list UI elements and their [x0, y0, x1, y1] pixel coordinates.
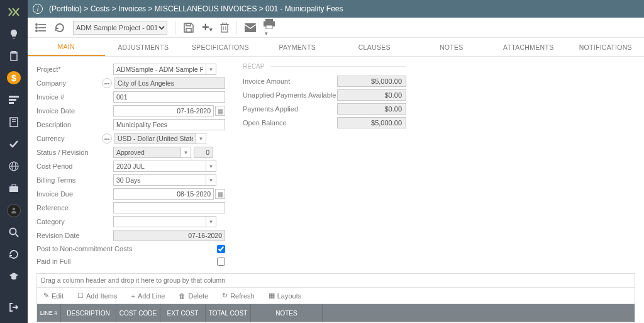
- svg-rect-29: [245, 23, 256, 32]
- col-notes[interactable]: NOTES: [251, 304, 323, 322]
- company-lookup[interactable]: •••: [102, 78, 112, 88]
- currency-lookup[interactable]: •••: [102, 133, 112, 144]
- collapse-icon[interactable]: [7, 5, 21, 18]
- undo-icon[interactable]: [54, 23, 65, 33]
- label-inv-amount: Invoice Amount: [243, 77, 337, 85]
- invoice-date-cal-icon[interactable]: ▦: [215, 106, 225, 116]
- label-unapplied: Unapplied Payments Available: [243, 91, 337, 99]
- list-view-icon[interactable]: [35, 23, 47, 32]
- val-inv-amount: $5,000.00: [337, 76, 406, 87]
- svg-rect-3: [9, 99, 16, 101]
- grid-refresh[interactable]: ↻ Refresh: [222, 292, 255, 300]
- grid-delete[interactable]: 🗑 Delete: [179, 292, 208, 300]
- svg-point-13: [13, 208, 15, 210]
- col-ext[interactable]: EXT COST: [160, 304, 206, 322]
- label-due: Invoice Due: [36, 190, 99, 198]
- label-reference: Reference: [36, 204, 99, 212]
- grid-group-hint[interactable]: Drag a column header and drop it here to…: [37, 274, 635, 288]
- tab-main[interactable]: MAIN: [28, 38, 105, 56]
- mail-icon[interactable]: [245, 23, 256, 32]
- info-icon[interactable]: i: [33, 4, 43, 14]
- svg-rect-2: [9, 96, 19, 98]
- category-dropdown[interactable]: ▼: [206, 216, 216, 227]
- description-field[interactable]: [113, 119, 225, 130]
- toolbar: ADM Sample Project - 001 - City of L +▾ …: [28, 18, 644, 38]
- label-revdate: Revision Date: [36, 232, 99, 239]
- globe-icon[interactable]: [7, 159, 21, 173]
- status-field: [113, 147, 181, 158]
- tab-notifications[interactable]: NOTIFICATIONS: [567, 38, 645, 56]
- category-field[interactable]: [113, 216, 206, 227]
- tab-clauses[interactable]: CLAUSES: [336, 38, 413, 56]
- tab-adjustments[interactable]: ADJUSTMENTS: [105, 38, 182, 56]
- tab-bar: MAIN ADJUSTMENTS SPECIFICATIONS PAYMENTS…: [28, 38, 644, 57]
- bulb-icon[interactable]: [7, 27, 21, 40]
- svg-rect-23: [186, 28, 191, 32]
- svg-point-14: [10, 229, 16, 235]
- print-icon[interactable]: ▾: [264, 19, 275, 37]
- revdate-field: [113, 230, 225, 241]
- grad-icon[interactable]: [7, 270, 21, 283]
- grid-add-line[interactable]: + Add Line: [131, 292, 165, 300]
- grid-add-items[interactable]: ☐ Add Items: [77, 292, 118, 300]
- label-category: Category: [36, 218, 99, 225]
- label-project: Project*: [36, 65, 99, 73]
- grid-edit[interactable]: ✎ Edit: [43, 292, 64, 300]
- billing-dropdown[interactable]: ▼: [206, 174, 216, 186]
- search-icon[interactable]: [7, 226, 21, 239]
- col-line[interactable]: LINE #: [37, 304, 61, 322]
- svg-point-20: [36, 27, 37, 28]
- delete-icon[interactable]: [220, 23, 229, 33]
- label-company: Company: [36, 79, 99, 87]
- user-avatar[interactable]: [7, 204, 21, 217]
- invoice-date-field[interactable]: [113, 105, 214, 116]
- project-field[interactable]: [113, 64, 206, 75]
- tab-specifications[interactable]: SPECIFICATIONS: [182, 38, 259, 56]
- label-pay-applied: Payments Applied: [243, 105, 337, 113]
- company-field: [114, 77, 225, 89]
- project-dropdown[interactable]: ▼: [206, 64, 216, 75]
- history-icon[interactable]: [7, 248, 21, 261]
- project-selector[interactable]: ADM Sample Project - 001 - City of L: [73, 21, 167, 35]
- cost-period-field[interactable]: [113, 161, 206, 172]
- cost-period-dropdown[interactable]: ▼: [206, 161, 216, 172]
- due-field[interactable]: [113, 188, 214, 200]
- billing-field[interactable]: [113, 174, 206, 186]
- save-icon[interactable]: [183, 22, 194, 33]
- label-invoice-no: Invoice #: [36, 93, 99, 101]
- label-status: Status / Revision: [36, 149, 99, 156]
- check-icon[interactable]: [7, 137, 21, 150]
- bars-icon[interactable]: [7, 93, 21, 106]
- col-desc[interactable]: DESCRIPTION: [61, 304, 116, 322]
- paid-full-check[interactable]: [217, 258, 225, 266]
- label-currency: Currency: [36, 135, 99, 142]
- svg-rect-30: [265, 19, 273, 21]
- reference-field[interactable]: [113, 202, 225, 213]
- currency-field: [114, 133, 196, 144]
- briefcase-icon[interactable]: [7, 182, 21, 195]
- post-nc-check[interactable]: [217, 245, 225, 253]
- due-cal-icon[interactable]: ▦: [215, 189, 225, 199]
- logout-icon[interactable]: [7, 301, 21, 314]
- add-icon[interactable]: +▾: [202, 20, 213, 35]
- invoice-no-field[interactable]: [113, 91, 225, 103]
- status-dropdown[interactable]: ▼: [181, 147, 191, 158]
- grid-layouts[interactable]: ▦ Layouts: [269, 292, 302, 300]
- label-invoice-date: Invoice Date: [36, 107, 99, 115]
- tab-notes[interactable]: NOTES: [413, 38, 491, 56]
- col-tot[interactable]: TOTAL COST: [206, 304, 251, 322]
- title-bar: i (Portfolio) > Costs > Invoices > MISCE…: [28, 0, 644, 18]
- tab-payments[interactable]: PAYMENTS: [259, 38, 336, 56]
- val-pay-applied: $0.00: [337, 103, 406, 115]
- svg-rect-4: [9, 102, 14, 104]
- book-icon[interactable]: [7, 115, 21, 128]
- label-post-nc: Post to Non-commitment Costs: [36, 245, 217, 252]
- col-cost[interactable]: COST CODE: [116, 304, 160, 322]
- svg-rect-5: [10, 118, 18, 127]
- clipboard-icon[interactable]: [7, 49, 21, 62]
- label-open-bal: Open Balance: [243, 119, 337, 127]
- svg-rect-28: [223, 23, 226, 25]
- dollar-icon[interactable]: $: [7, 71, 21, 84]
- currency-dropdown[interactable]: ▼: [196, 133, 206, 144]
- tab-attachments[interactable]: ATTACHMENTS: [490, 38, 567, 56]
